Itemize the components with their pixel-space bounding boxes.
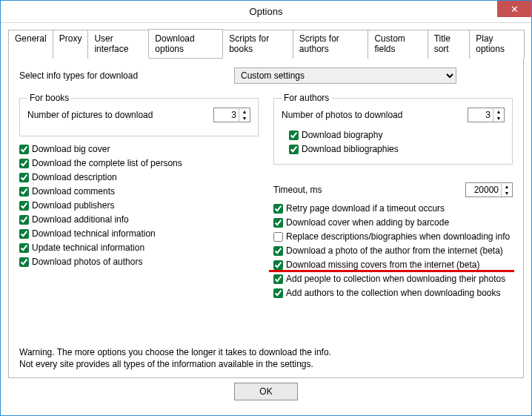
chk-replace-desc[interactable]: Replace descriptions/biographies when do… bbox=[273, 230, 513, 243]
spinner-up-icon[interactable]: ▲ bbox=[493, 108, 504, 115]
spinner-up-icon[interactable]: ▲ bbox=[239, 108, 250, 115]
books-num-value: 3 bbox=[214, 110, 239, 120]
highlighted-row: Download missing covers from the interne… bbox=[273, 258, 513, 271]
info-types-select[interactable]: Custom settings bbox=[234, 67, 456, 84]
authors-num-row: Number of photos to download 3 ▲ ▼ bbox=[282, 108, 505, 122]
books-num-spinner[interactable]: 3 ▲ ▼ bbox=[213, 108, 250, 122]
columns: For books Number of pictures to download… bbox=[19, 93, 513, 300]
chk-update-technical[interactable]: Update technical information bbox=[19, 241, 259, 254]
tab-custom-fields[interactable]: Custom fields bbox=[368, 30, 428, 59]
chk-add-authors[interactable]: Add authors to the collection when downl… bbox=[273, 286, 513, 300]
books-num-row: Number of pictures to download 3 ▲ ▼ bbox=[27, 108, 250, 122]
options-window: Options ✕ General Proxy User interface D… bbox=[0, 0, 532, 416]
close-icon: ✕ bbox=[511, 4, 519, 15]
spinner-down-icon[interactable]: ▼ bbox=[239, 115, 250, 122]
chk-publishers[interactable]: Download publishers bbox=[19, 199, 259, 212]
books-num-label: Number of pictures to download bbox=[27, 110, 213, 120]
tab-title-sort[interactable]: Title sort bbox=[428, 30, 471, 59]
chk-retry-timeout[interactable]: Retry page download if a timeout occurs bbox=[273, 202, 513, 215]
chk-big-cover[interactable]: Download big cover bbox=[19, 142, 259, 156]
chk-biography[interactable]: Download biography bbox=[289, 128, 505, 142]
timeout-row: Timeout, ms 20000 ▲ ▼ bbox=[273, 182, 513, 197]
button-bar: OK bbox=[8, 378, 524, 408]
chk-list-persons[interactable]: Download the complete list of persons bbox=[19, 156, 259, 170]
chk-technical-info[interactable]: Download technical information bbox=[19, 227, 259, 240]
authors-num-spinner[interactable]: 3 ▲ ▼ bbox=[468, 108, 505, 122]
chk-comments[interactable]: Download comments bbox=[19, 185, 259, 198]
for-books-legend: For books bbox=[27, 93, 71, 103]
for-authors-group: For authors Number of photos to download… bbox=[273, 93, 513, 165]
authors-num-value: 3 bbox=[468, 110, 493, 120]
spinner-down-icon[interactable]: ▼ bbox=[493, 115, 504, 122]
tab-download-options[interactable]: Download options bbox=[148, 29, 223, 58]
chk-description[interactable]: Download description bbox=[19, 171, 259, 184]
timeout-spinner[interactable]: 20000 ▲ ▼ bbox=[465, 182, 513, 197]
tab-scripts-authors[interactable]: Scripts for authors bbox=[293, 30, 369, 59]
tab-play-options[interactable]: Play options bbox=[469, 30, 525, 59]
chk-author-photo-internet[interactable]: Download a photo of the author from the … bbox=[273, 244, 513, 257]
tab-proxy[interactable]: Proxy bbox=[53, 30, 89, 59]
titlebar: Options ✕ bbox=[1, 1, 531, 23]
tab-bar: General Proxy User interface Download op… bbox=[8, 29, 524, 59]
chk-bibliographies[interactable]: Download bibliographies bbox=[289, 142, 505, 156]
right-column: For authors Number of photos to download… bbox=[273, 93, 513, 300]
left-column: For books Number of pictures to download… bbox=[19, 93, 259, 300]
info-types-label: Select info types for download bbox=[19, 70, 234, 81]
authors-num-label: Number of photos to download bbox=[282, 110, 468, 120]
tab-user-interface[interactable]: User interface bbox=[87, 30, 149, 59]
window-title: Options bbox=[250, 6, 283, 17]
tab-general[interactable]: General bbox=[8, 30, 53, 59]
spinner-down-icon[interactable]: ▼ bbox=[502, 190, 512, 197]
misc-checklist: Retry page download if a timeout occurs … bbox=[273, 202, 513, 300]
ok-button[interactable]: OK bbox=[234, 383, 298, 400]
warning-text: Warning. The more options you choose the… bbox=[19, 331, 513, 370]
content-area: General Proxy User interface Download op… bbox=[1, 23, 531, 415]
for-authors-legend: For authors bbox=[282, 93, 331, 103]
chk-photos-authors[interactable]: Download photos of authors bbox=[19, 255, 259, 268]
spinner-up-icon[interactable]: ▲ bbox=[502, 183, 512, 190]
chk-cover-barcode[interactable]: Download cover when adding by barcode bbox=[273, 216, 513, 229]
highlight-underline bbox=[269, 270, 514, 272]
timeout-value: 20000 bbox=[466, 185, 501, 195]
download-options-panel: Select info types for download Custom se… bbox=[8, 59, 524, 378]
tab-scripts-books[interactable]: Scripts for books bbox=[222, 30, 293, 59]
chk-additional-info[interactable]: Download additional info bbox=[19, 213, 259, 226]
chk-add-people[interactable]: Add people to collection when downloadin… bbox=[273, 272, 513, 285]
books-checklist: Download big cover Download the complete… bbox=[19, 142, 259, 268]
close-button[interactable]: ✕ bbox=[497, 1, 531, 17]
timeout-label: Timeout, ms bbox=[273, 185, 465, 195]
info-types-row: Select info types for download Custom se… bbox=[19, 67, 513, 84]
authors-checklist: Download biography Download bibliographi… bbox=[289, 128, 505, 156]
for-books-group: For books Number of pictures to download… bbox=[19, 93, 259, 136]
